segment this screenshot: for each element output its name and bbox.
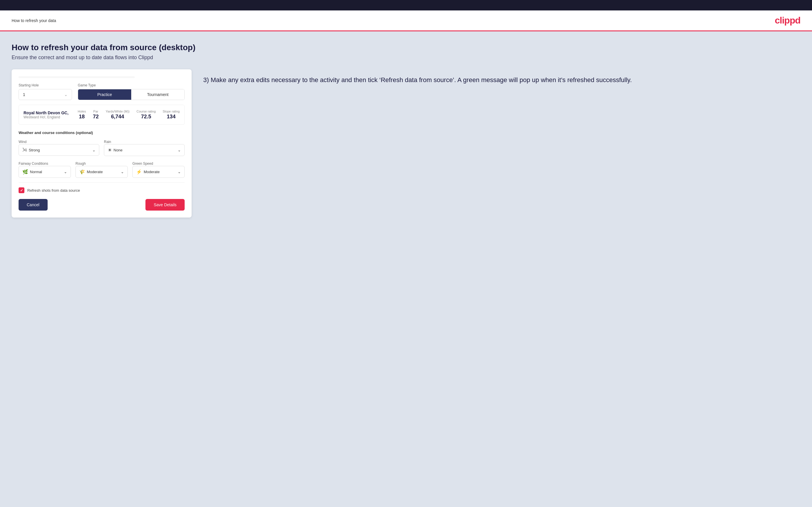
- starting-hole-label: Starting Hole: [18, 83, 72, 87]
- holes-value: 18: [79, 114, 85, 120]
- par-value: 72: [93, 114, 99, 120]
- starting-hole-group: Starting Hole 1 ⌄: [18, 83, 72, 100]
- wind-select[interactable]: 🌬 Strong ⌄: [18, 144, 99, 156]
- par-stat: Par 72: [93, 110, 99, 120]
- cancel-button[interactable]: Cancel: [18, 199, 48, 211]
- fairway-label: Fairway Conditions: [18, 162, 48, 166]
- rough-label-row: 🌾 Moderate: [79, 169, 103, 175]
- starting-hole-chevron: ⌄: [64, 92, 68, 97]
- green-speed-label: Green Speed: [133, 162, 153, 166]
- holes-label: Holes: [78, 110, 86, 113]
- course-name: Royal North Devon GC,: [23, 111, 72, 115]
- course-rating-value: 72.5: [141, 114, 151, 120]
- page-subheading: Ensure the correct and most up to date d…: [12, 55, 800, 61]
- wind-rain-row: Wind 🌬 Strong ⌄ Rain ☀ None: [18, 139, 185, 156]
- content-area: Starting Hole 1 ⌄ Game Type Practice Tou…: [12, 69, 800, 218]
- green-speed-chevron: ⌄: [178, 170, 181, 174]
- wind-chevron: ⌄: [92, 148, 96, 152]
- rain-value: None: [113, 148, 122, 152]
- par-label: Par: [93, 110, 98, 113]
- starting-hole-select[interactable]: 1 ⌄: [18, 89, 72, 100]
- wind-label-row: 🌬 Strong: [22, 147, 40, 153]
- starting-hole-game-type-row: Starting Hole 1 ⌄ Game Type Practice Tou…: [18, 83, 185, 100]
- wind-label: Wind: [18, 140, 27, 144]
- slope-rating-value: 134: [167, 114, 175, 120]
- rain-group: Rain ☀ None ⌄: [104, 139, 185, 156]
- rough-group: Rough 🌾 Moderate ⌄: [75, 161, 128, 178]
- green-speed-group: Green Speed ⚡ Moderate ⌄: [133, 161, 185, 178]
- header-title: How to refresh your data: [12, 18, 56, 23]
- fairway-label-row: 🌿 Normal: [22, 169, 42, 175]
- tournament-button[interactable]: Tournament: [131, 89, 184, 100]
- starting-hole-value: 1: [23, 92, 25, 97]
- button-row: Cancel Save Details: [18, 199, 185, 211]
- rain-select[interactable]: ☀ None ⌄: [104, 144, 185, 156]
- wind-group: Wind 🌬 Strong ⌄: [18, 139, 99, 156]
- green-speed-label-row: ⚡ Moderate: [136, 169, 160, 175]
- form-panel: Starting Hole 1 ⌄ Game Type Practice Tou…: [12, 69, 192, 218]
- rough-chevron: ⌄: [121, 170, 124, 174]
- page-heading: How to refresh your data from source (de…: [12, 43, 800, 52]
- divider: [18, 182, 185, 183]
- holes-stat: Holes 18: [78, 110, 86, 120]
- fairway-icon: 🌿: [22, 169, 28, 175]
- rain-label-row: ☀ None: [108, 147, 122, 153]
- rough-value: Moderate: [87, 170, 103, 174]
- course-info: Royal North Devon GC, Westward Ho!, Engl…: [23, 111, 72, 119]
- green-speed-value: Moderate: [144, 170, 160, 174]
- logo: clippd: [775, 15, 800, 26]
- main-content: How to refresh your data from source (de…: [0, 31, 812, 507]
- slope-rating-stat: Slope rating 134: [163, 110, 180, 120]
- description-text: 3) Make any extra edits necessary to the…: [203, 75, 800, 85]
- fairway-select[interactable]: 🌿 Normal ⌄: [18, 166, 71, 178]
- course-location: Westward Ho!, England: [23, 115, 72, 119]
- rough-label: Rough: [75, 162, 86, 166]
- yards-stat: Yards/White (M)) 6,744: [106, 110, 130, 120]
- game-type-label: Game Type: [78, 83, 185, 87]
- course-rating-stat: Course rating 72.5: [137, 110, 156, 120]
- save-button[interactable]: Save Details: [145, 199, 185, 211]
- slope-rating-label: Slope rating: [163, 110, 180, 113]
- fairway-value: Normal: [30, 170, 42, 174]
- fairway-chevron: ⌄: [64, 170, 67, 174]
- yards-label: Yards/White (M)): [106, 110, 130, 113]
- rain-chevron: ⌄: [178, 148, 181, 152]
- rain-label: Rain: [104, 140, 111, 144]
- wind-value: Strong: [29, 148, 40, 152]
- wind-icon: 🌬: [22, 147, 27, 153]
- refresh-checkbox-row: ✓ Refresh shots from data source: [18, 187, 185, 193]
- game-type-toggle: Practice Tournament: [78, 89, 185, 100]
- description-panel: 3) Make any extra edits necessary to the…: [203, 69, 800, 91]
- practice-button[interactable]: Practice: [78, 89, 131, 100]
- green-speed-select[interactable]: ⚡ Moderate ⌄: [133, 166, 185, 178]
- course-stats: Holes 18 Par 72 Yards/White (M)) 6,744 C…: [78, 110, 180, 120]
- fairway-group: Fairway Conditions 🌿 Normal ⌄: [18, 161, 71, 178]
- header: How to refresh your data clippd: [0, 10, 812, 31]
- yards-value: 6,744: [111, 114, 124, 120]
- green-speed-icon: ⚡: [136, 169, 142, 175]
- top-ghost-bar: [18, 76, 135, 78]
- course-rating-label: Course rating: [137, 110, 156, 113]
- rough-icon: 🌾: [79, 169, 85, 175]
- fairway-rough-green-row: Fairway Conditions 🌿 Normal ⌄ Rough 🌾: [18, 161, 185, 178]
- refresh-checkbox[interactable]: ✓: [18, 187, 24, 193]
- conditions-heading: Weather and course conditions (optional): [18, 130, 185, 135]
- refresh-checkbox-label: Refresh shots from data source: [27, 188, 80, 192]
- rain-icon: ☀: [108, 147, 112, 153]
- game-type-group: Game Type Practice Tournament: [78, 83, 185, 100]
- top-bar: [0, 0, 812, 10]
- rough-select[interactable]: 🌾 Moderate ⌄: [75, 166, 128, 178]
- course-card: Royal North Devon GC, Westward Ho!, Engl…: [18, 105, 185, 125]
- check-icon: ✓: [20, 188, 23, 192]
